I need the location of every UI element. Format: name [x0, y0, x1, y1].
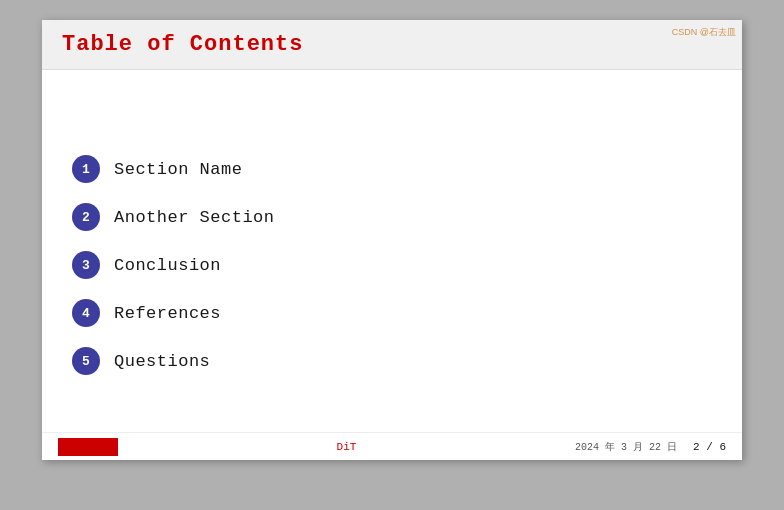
toc-label: Questions — [114, 352, 210, 371]
slide-content: 1Section Name2Another Section3Conclusion… — [42, 70, 742, 460]
toc-item: 5Questions — [72, 341, 712, 381]
toc-number: 4 — [72, 299, 100, 327]
toc-number: 3 — [72, 251, 100, 279]
footer-date: 2024 年 3 月 22 日 — [575, 440, 677, 454]
slide-footer: DiT 2024 年 3 月 22 日 2 / 6 — [42, 432, 742, 460]
toc-label: Another Section — [114, 208, 275, 227]
slide: Table of Contents 1Section Name2Another … — [42, 20, 742, 460]
slide-wrapper: Table of Contents 1Section Name2Another … — [0, 0, 784, 510]
toc-label: Conclusion — [114, 256, 221, 275]
footer-center: DiT — [337, 441, 357, 453]
footer-right: 2024 年 3 月 22 日 2 / 6 — [575, 440, 726, 454]
toc-label: References — [114, 304, 221, 323]
toc-item: 4References — [72, 293, 712, 333]
toc-number: 5 — [72, 347, 100, 375]
slide-header: Table of Contents — [42, 20, 742, 70]
toc-number: 2 — [72, 203, 100, 231]
slide-title: Table of Contents — [62, 32, 303, 57]
footer-center-label: DiT — [337, 441, 357, 453]
toc-item: 3Conclusion — [72, 245, 712, 285]
toc-label: Section Name — [114, 160, 242, 179]
toc-item: 1Section Name — [72, 149, 712, 189]
footer-page: 2 / 6 — [693, 441, 726, 453]
footer-left — [58, 438, 118, 456]
toc-item: 2Another Section — [72, 197, 712, 237]
toc-number: 1 — [72, 155, 100, 183]
watermark: CSDN @石去皿 — [672, 26, 736, 39]
footer-red-bar — [58, 438, 118, 456]
